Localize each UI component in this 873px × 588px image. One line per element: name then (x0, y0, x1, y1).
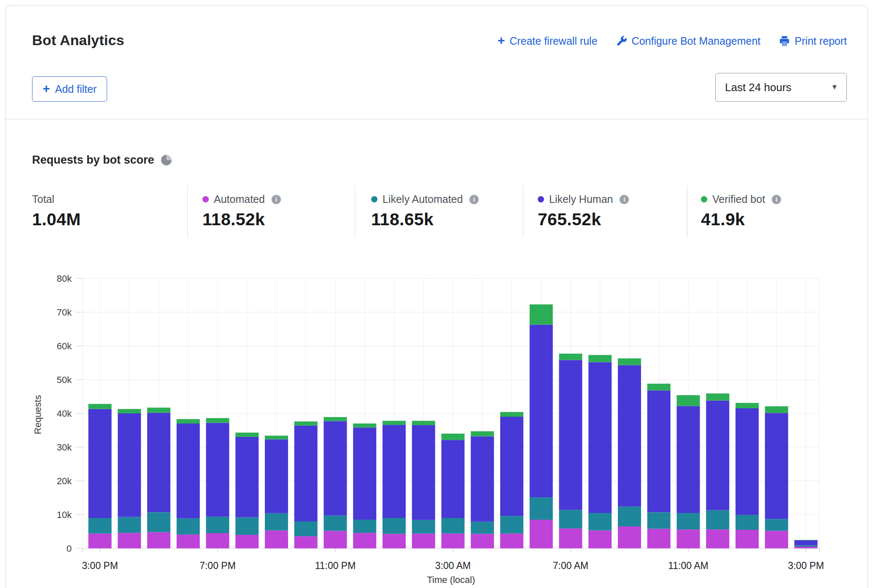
chart-bar-segment (618, 507, 641, 526)
chart-bar[interactable] (235, 433, 259, 548)
chart-bar[interactable] (177, 419, 200, 548)
chart-bar-segment (471, 534, 494, 548)
chart-bar[interactable] (383, 421, 406, 548)
stat-likely-automated: Likely Automatedi118.65k (371, 193, 479, 229)
info-icon[interactable]: i (772, 195, 781, 204)
chart-bar-segment (177, 518, 200, 534)
stat-label: Likely Automated (383, 193, 463, 205)
print-report-link[interactable]: Print report (779, 35, 847, 47)
stat-verified-bot: Verified boti41.9k (701, 193, 781, 229)
chart-bar-segment (294, 426, 318, 521)
chart-bar-segment (412, 421, 435, 425)
chart-bar-segment (500, 534, 523, 548)
chart-bar[interactable] (118, 409, 141, 548)
chart-bar-segment (471, 436, 494, 521)
chart-bar-segment (706, 529, 729, 548)
chart-bar[interactable] (795, 540, 818, 548)
chart-bar[interactable] (89, 404, 112, 548)
chart-bar-segment (647, 391, 671, 512)
chart-bar-segment (353, 423, 376, 428)
x-tick-label: 3:00 PM (82, 560, 118, 571)
chart-bar-segment (324, 515, 347, 531)
chart-bar[interactable] (265, 436, 288, 548)
chart-bar-segment (795, 540, 818, 545)
plus-icon: + (43, 82, 50, 95)
info-icon[interactable]: i (272, 195, 281, 204)
chart-bar[interactable] (471, 431, 494, 548)
chart-bar[interactable] (147, 407, 170, 548)
chart-bar[interactable] (500, 412, 523, 548)
chart-bar[interactable] (442, 434, 465, 548)
chart-bar-segment (588, 531, 612, 548)
chart-bar-segment (383, 518, 406, 534)
chart-bar[interactable] (206, 418, 229, 548)
chart-bar-segment (89, 534, 112, 548)
stat-value: 118.65k (371, 210, 479, 229)
chart-bar[interactable] (324, 417, 347, 548)
chart-bar-segment (147, 512, 170, 532)
info-icon[interactable]: i (620, 195, 629, 204)
chart-bar[interactable] (294, 421, 318, 548)
time-range-select[interactable]: Last 24 hours ▼ (715, 73, 847, 102)
chart-bar-segment (235, 535, 259, 548)
y-tick-label: 50k (57, 375, 72, 385)
info-icon[interactable]: i (469, 195, 479, 204)
chart-bar-segment (647, 512, 671, 529)
chart-bar-segment (736, 408, 759, 515)
likely-automated-legend-dot (371, 196, 377, 202)
chart-bar-segment (706, 401, 729, 510)
y-tick-label: 60k (57, 341, 72, 351)
likely-human-legend-dot (538, 196, 544, 202)
chart-bar-segment (706, 510, 729, 530)
chart-bar-segment (471, 522, 494, 534)
time-range-value: Last 24 hours (725, 81, 792, 94)
x-tick-label: 7:00 AM (553, 560, 588, 571)
verified-bot-legend-dot (701, 196, 707, 202)
add-filter-button[interactable]: + Add filter (32, 76, 107, 102)
chart-bar[interactable] (353, 423, 376, 548)
configure-bot-management-link[interactable]: Configure Bot Management (616, 35, 761, 47)
create-firewall-rule-link[interactable]: +Create firewall rule (498, 35, 598, 47)
action-label: Create firewall rule (509, 35, 597, 47)
chart-bar-segment (235, 433, 259, 437)
chart-bar[interactable] (588, 355, 612, 548)
chart-bar-segment (618, 526, 641, 548)
y-tick-label: 40k (57, 408, 72, 419)
chart-bar-segment (647, 529, 671, 548)
stat-likely-human: Likely Humani765.52k (538, 193, 629, 229)
chart-bar-segment (118, 409, 141, 413)
page-title: Bot Analytics (32, 32, 124, 49)
chart-bar[interactable] (677, 395, 700, 548)
chart-bar-segment (177, 423, 200, 518)
chart-bar-segment (500, 516, 523, 534)
chart-bar[interactable] (736, 403, 759, 548)
printer-icon (779, 35, 790, 46)
chart-bar-segment (206, 418, 229, 423)
stat-value: 41.9k (701, 210, 781, 229)
chart-bar[interactable] (618, 359, 641, 548)
chart-bar[interactable] (706, 394, 729, 548)
chart-bar-segment (765, 519, 788, 531)
chart-bar-segment (353, 428, 376, 520)
action-label: Configure Bot Management (632, 35, 761, 47)
chart-bar-segment (324, 531, 347, 548)
chart-bar[interactable] (647, 384, 671, 548)
y-tick-label: 80k (57, 273, 72, 284)
chart-bar-segment (265, 440, 288, 513)
chart-bar-segment (442, 434, 465, 440)
chart-bar-segment (795, 545, 818, 547)
chart-bar[interactable] (530, 305, 553, 548)
chart-bar-segment (353, 533, 376, 548)
header-divider (5, 119, 868, 119)
chart-bar-segment (500, 417, 523, 516)
chart-bar-segment (765, 406, 788, 413)
chart-bar-segment (147, 407, 170, 413)
chart-bar[interactable] (765, 406, 788, 548)
chart-bar-segment (177, 534, 200, 548)
stat-label: Likely Human (549, 193, 613, 205)
stat-head: Likely Automatedi (371, 193, 479, 205)
chart-bar[interactable] (559, 353, 582, 548)
chart-bar-segment (118, 413, 141, 517)
x-tick-label: 3:00 AM (435, 560, 471, 571)
chart-bar[interactable] (412, 421, 435, 548)
